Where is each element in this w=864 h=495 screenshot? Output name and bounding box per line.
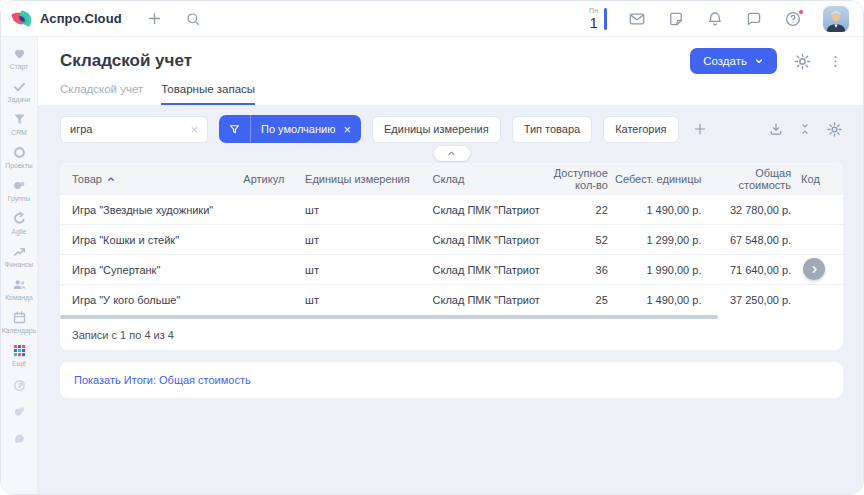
topbar-actions: Пн 1 [589,6,849,32]
sidebar-pinned-app-3[interactable] [1,430,37,445]
chat-button[interactable] [745,10,763,28]
tab-warehouse-accounting[interactable]: Складской учет [60,83,143,105]
help-notification-dot [798,9,804,15]
sidebar-item-agile[interactable]: Agile [1,211,37,235]
kebab-menu-icon [828,54,843,69]
sidebar-item-start[interactable]: Старт [1,46,37,70]
filter-chip-units[interactable]: Единицы измерения [372,116,501,143]
remove-preset-button[interactable]: × [343,123,351,136]
collapse-filters-pill[interactable] [434,146,470,161]
note-icon [667,10,685,28]
column-header-unit[interactable]: Единицы измерения [305,173,432,185]
table-row[interactable]: Игра "Кошки и стейк" шт Склад ПМК "Патри… [60,224,843,254]
brand-name: Аспро.Cloud [40,11,122,26]
sidebar-item-projects[interactable]: Проекты [1,145,37,169]
collapse-vertical-icon [798,122,812,136]
sidebar: Старт Задачи CRM Проекты Группы Agile [1,37,38,494]
main-area: Складской учет Создать [38,37,863,494]
projects-icon [12,145,27,160]
clear-search-button[interactable]: × [190,123,198,136]
sort-asc-icon [106,174,116,184]
agile-icon [12,211,27,226]
column-header-total-cost[interactable]: Общая стоимость [701,167,791,191]
sidebar-item-crm[interactable]: CRM [1,112,37,136]
gear-icon [826,121,843,138]
user-avatar[interactable] [823,6,849,32]
sidebar-item-groups[interactable]: Группы [1,178,37,202]
sidebar-item-calendar[interactable]: Календарь [1,310,37,334]
export-button[interactable] [768,121,784,137]
table-row[interactable]: Игра "У кого больше" шт Склад ПМК "Патри… [60,284,843,314]
pinned-app-icon [12,430,27,445]
topbar: Аспро.Cloud Пн 1 [1,1,863,37]
calendar-weekday: Пн [589,7,598,14]
search-box: × [60,116,208,143]
aspro-logo-icon [13,10,33,28]
plus-icon [692,121,708,137]
pinned-app-icon [12,378,27,393]
chevron-right-icon [809,264,820,275]
global-search-button[interactable] [185,11,201,27]
tasks-icon [12,79,27,94]
calendar-widget[interactable]: Пн 1 [589,7,607,30]
totals-card: Показать Итоги: Общая стоимость [60,362,843,398]
column-header-qty[interactable]: Доступное кол-во [540,167,608,191]
filter-chip-product-type[interactable]: Тип товара [512,116,593,143]
help-button[interactable] [784,10,802,28]
page-header: Складской учет Создать [38,37,863,105]
bell-icon [706,10,724,28]
collapse-rows-button[interactable] [798,122,812,136]
groups-icon [12,178,27,193]
brand[interactable]: Аспро.Cloud [13,10,122,28]
stock-table: Товар Артикул Единицы измерения Склад До… [60,163,843,350]
filter-preset-chip[interactable]: По умолчанию × [219,115,361,143]
table-row[interactable]: Игра "Супертанк" шт Склад ПМК "Патриот 3… [60,254,843,284]
filter-preset-label: По умолчанию [261,123,335,135]
column-header-unit-cost[interactable]: Себест. единицы [608,173,702,185]
sidebar-item-finance[interactable]: Финансы [1,244,37,268]
team-icon [12,277,27,292]
sidebar-item-more[interactable]: Ещё [1,343,37,367]
filter-bar: × По умолчанию × Единицы измерения Тип т… [60,115,843,143]
scrollbar-thumb[interactable] [60,315,718,319]
filter-chip-category[interactable]: Категория [603,116,678,143]
column-header-sku[interactable]: Артикул [243,173,305,185]
crm-funnel-icon [12,112,27,127]
create-button[interactable]: Создать [690,48,777,74]
page-title: Складской учет [60,51,192,71]
sidebar-item-team[interactable]: Команда [1,277,37,301]
notes-button[interactable] [667,10,685,28]
chevron-up-icon [446,148,457,159]
column-header-warehouse[interactable]: Склад [433,173,541,185]
page-settings-button[interactable] [793,52,812,71]
table-settings-button[interactable] [826,121,843,138]
mail-icon [628,10,646,28]
calendar-icon [12,310,27,325]
notifications-button[interactable] [706,10,724,28]
pinned-app-icon [12,404,27,419]
column-header-code[interactable]: Код [791,173,831,185]
mail-button[interactable] [628,10,646,28]
show-totals-link[interactable]: Показать Итоги: Общая стоимость [74,374,251,386]
records-summary: Записи с 1 по 4 из 4 [60,320,843,350]
sidebar-pinned-app-1[interactable] [1,378,37,393]
search-input[interactable] [70,123,190,135]
table-row[interactable]: Игра "Звездные художники" шт Склад ПМК "… [60,194,843,224]
sidebar-item-tasks[interactable]: Задачи [1,79,37,103]
more-options-button[interactable] [828,54,843,69]
calendar-day: 1 [589,15,597,30]
sidebar-pinned-app-2[interactable] [1,404,37,419]
plus-icon [146,10,163,27]
more-apps-grid-icon [12,343,27,358]
create-quick-button[interactable] [146,10,163,27]
gear-icon [793,52,812,71]
content: × По умолчанию × Единицы измерения Тип т… [38,105,863,494]
column-header-product[interactable]: Товар [72,173,243,185]
app-window: Аспро.Cloud Пн 1 [0,0,864,495]
table-header-row: Товар Артикул Единицы измерения Склад До… [60,163,843,194]
chevron-down-icon [754,56,764,66]
avatar-photo [823,6,849,32]
tab-stock[interactable]: Товарные запасы [161,83,255,105]
row-open-button[interactable] [803,258,825,280]
add-filter-button[interactable] [692,121,708,137]
